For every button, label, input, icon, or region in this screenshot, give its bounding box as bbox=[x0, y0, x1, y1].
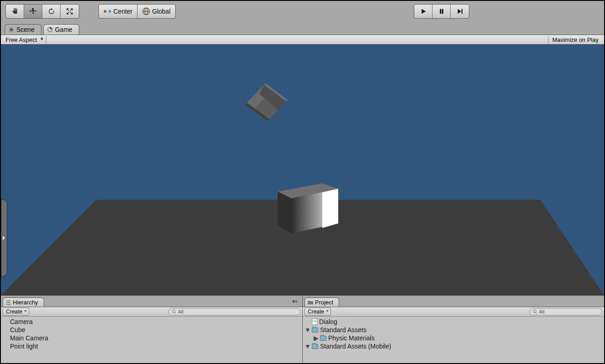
hierarchy-icon bbox=[6, 300, 11, 305]
svg-marker-15 bbox=[322, 189, 338, 228]
space-toggle-button[interactable]: Global bbox=[137, 5, 175, 18]
hierarchy-item[interactable]: Camera bbox=[1, 318, 302, 326]
project-toolbar: Create All bbox=[303, 307, 604, 317]
scale-tool-button[interactable] bbox=[61, 5, 79, 18]
space-label: Global bbox=[152, 8, 170, 15]
svg-point-18 bbox=[6, 304, 7, 305]
project-item[interactable]: ▼Standard Assets (Mobile) bbox=[303, 342, 604, 350]
expand-arrow-icon[interactable]: ▼ bbox=[305, 343, 310, 350]
tab-scene-label: Scene bbox=[16, 26, 35, 33]
side-handle[interactable] bbox=[1, 199, 7, 277]
pivot-toggle-button[interactable]: Center bbox=[99, 5, 137, 18]
svg-point-17 bbox=[6, 302, 7, 303]
aspect-dropdown[interactable]: Free Aspect bbox=[3, 36, 46, 44]
project-tab[interactable]: Project bbox=[305, 298, 339, 307]
hierarchy-panel: Hierarchy ▾≡ Create All CameraCubeMain C… bbox=[1, 296, 303, 364]
project-item[interactable]: ▶Physic Materials bbox=[303, 334, 604, 342]
svg-point-24 bbox=[533, 310, 536, 313]
expand-arrow-icon[interactable]: ▶ bbox=[314, 334, 318, 342]
search-value: All bbox=[178, 309, 183, 314]
hierarchy-list: CameraCubeMain CameraPoint light bbox=[1, 317, 302, 364]
expand-arrow-icon[interactable]: ▼ bbox=[305, 326, 310, 334]
tab-scene[interactable]: Scene bbox=[5, 24, 41, 35]
script-icon bbox=[312, 318, 317, 325]
hand-tool-button[interactable] bbox=[6, 5, 24, 18]
hierarchy-title: Hierarchy bbox=[13, 299, 38, 306]
transform-tool-group bbox=[5, 4, 79, 19]
scene-icon bbox=[9, 27, 14, 32]
step-button[interactable] bbox=[451, 5, 469, 18]
hierarchy-item[interactable]: Main Camera bbox=[1, 334, 302, 342]
pivot-space-group: Center Global bbox=[98, 4, 176, 19]
project-item-label: Standard Assets (Mobile) bbox=[320, 343, 391, 350]
folder-icon bbox=[312, 344, 318, 349]
bottom-panels: Hierarchy ▾≡ Create All CameraCubeMain C… bbox=[1, 296, 604, 364]
maximize-label: Maximize on Play bbox=[552, 36, 599, 43]
hierarchy-toolbar: Create All bbox=[1, 307, 302, 317]
project-item[interactable]: Dialog bbox=[303, 318, 604, 326]
hierarchy-item[interactable]: Cube bbox=[1, 326, 302, 334]
playback-group bbox=[414, 4, 469, 19]
project-create-dropdown[interactable]: Create bbox=[305, 308, 331, 316]
search-value: All bbox=[539, 309, 544, 314]
search-icon bbox=[533, 309, 538, 314]
game-icon bbox=[47, 27, 53, 32]
hierarchy-item[interactable]: Point light bbox=[1, 342, 302, 350]
project-item-label: Dialog bbox=[319, 318, 337, 325]
search-icon bbox=[172, 309, 177, 314]
floating-cube bbox=[237, 81, 291, 136]
top-toolbar: Center Global bbox=[1, 1, 604, 22]
move-tool-button[interactable] bbox=[24, 5, 42, 18]
aspect-label: Free Aspect bbox=[5, 36, 37, 43]
maximize-on-play-toggle[interactable]: Maximize on Play bbox=[548, 36, 602, 44]
project-item-label: Physic Materials bbox=[328, 334, 375, 342]
create-label: Create bbox=[308, 308, 324, 315]
main-tab-row: Scene Game bbox=[1, 22, 604, 35]
svg-marker-13 bbox=[278, 192, 291, 233]
center-icon bbox=[103, 7, 112, 15]
folder-icon bbox=[308, 300, 313, 305]
play-button[interactable] bbox=[414, 5, 432, 18]
svg-line-23 bbox=[175, 313, 176, 314]
globe-icon bbox=[142, 7, 150, 15]
rotate-tool-button[interactable] bbox=[42, 5, 61, 18]
pause-button[interactable] bbox=[432, 5, 451, 18]
white-block bbox=[278, 183, 344, 233]
pivot-label: Center bbox=[113, 8, 132, 15]
folder-icon bbox=[312, 328, 318, 333]
project-tab-row: Project bbox=[303, 296, 604, 307]
project-tree: Dialog▼Standard Assets▶Physic Materials▼… bbox=[303, 317, 604, 364]
svg-point-16 bbox=[6, 300, 7, 301]
project-item[interactable]: ▼Standard Assets bbox=[303, 326, 604, 334]
folder-icon bbox=[320, 336, 326, 341]
svg-line-25 bbox=[536, 313, 537, 314]
project-search[interactable]: All bbox=[529, 308, 602, 315]
tab-game-label: Game bbox=[55, 26, 72, 33]
tab-game[interactable]: Game bbox=[43, 24, 79, 35]
hierarchy-options-icon[interactable]: ▾≡ bbox=[292, 298, 298, 304]
hierarchy-tab-row: Hierarchy ▾≡ bbox=[1, 296, 302, 307]
project-title: Project bbox=[315, 299, 333, 306]
game-bar: Free Aspect Maximize on Play bbox=[1, 35, 604, 45]
svg-rect-0 bbox=[104, 10, 106, 12]
hierarchy-search[interactable]: All bbox=[168, 308, 300, 315]
game-viewport[interactable] bbox=[1, 45, 604, 296]
hierarchy-create-dropdown[interactable]: Create bbox=[3, 308, 29, 316]
svg-rect-1 bbox=[109, 10, 111, 12]
project-item-label: Standard Assets bbox=[320, 326, 366, 334]
create-label: Create bbox=[6, 308, 22, 315]
project-panel: Project Create All Dialog▼Standard Asset… bbox=[303, 296, 604, 364]
hierarchy-tab[interactable]: Hierarchy bbox=[3, 298, 44, 307]
svg-point-22 bbox=[172, 310, 175, 313]
